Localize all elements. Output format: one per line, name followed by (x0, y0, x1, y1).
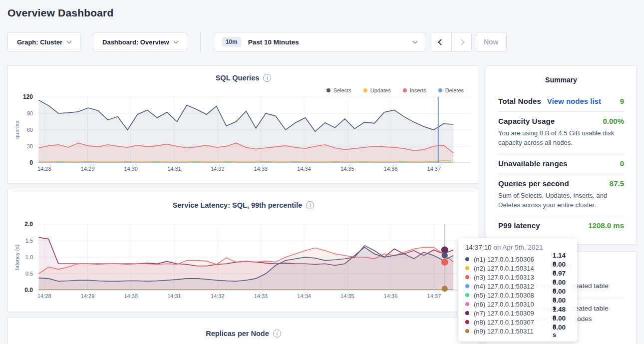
svg-text:30: 30 (27, 143, 33, 149)
node-color-dot-icon (465, 302, 469, 306)
legend-label: Selects (333, 87, 351, 93)
time-range-badge: 10m (222, 37, 241, 47)
svg-text:0.5: 0.5 (25, 271, 33, 277)
page-title: Overview Dashboard (7, 7, 637, 19)
summary-description: Sum of Selects, Updates, Inserts, and De… (498, 191, 624, 210)
svg-text:14:29: 14:29 (81, 166, 95, 172)
graph-selector-dropdown[interactable]: Graph: Cluster (7, 32, 80, 51)
spacer (14, 210, 473, 221)
svg-text:14:31: 14:31 (167, 293, 181, 299)
service-latency-title: Service Latency: SQL, 99th percentile (173, 201, 303, 209)
node-color-dot-icon (465, 320, 469, 324)
service-latency-chart[interactable]: 0.00.51.01.52.014:2814:2914:3014:3114:32… (14, 221, 473, 302)
svg-text:90: 90 (27, 110, 33, 116)
tooltip-node-label: (n8) 127.0.0.1:50307 (474, 319, 548, 326)
legend-label: Deletes (445, 87, 464, 93)
chevron-left-icon (438, 39, 444, 45)
tooltip-node-label: (n5) 127.0.0.1:50308 (474, 292, 548, 299)
dashboard-selector-label: Dashboard: Overview (102, 38, 169, 46)
svg-text:14:36: 14:36 (384, 166, 398, 172)
dashboard-selector-dropdown[interactable]: Dashboard: Overview (93, 32, 187, 51)
time-range-label: Past 10 Minutes (248, 38, 413, 46)
view-nodes-list-link[interactable]: View nodes list (547, 97, 601, 105)
info-icon[interactable]: i (273, 330, 281, 338)
svg-text:120: 120 (23, 94, 33, 100)
summary-row: Unavailable ranges0 (498, 154, 624, 174)
svg-text:14:32: 14:32 (211, 166, 225, 172)
tooltip-node-label: (n4) 127.0.0.1:50312 (474, 283, 548, 290)
sql-queries-chart[interactable]: 030609012014:2814:2914:3014:3114:3214:33… (14, 94, 473, 175)
summary-value: 0.00% (603, 117, 624, 125)
legend-item-updates[interactable]: Updates (363, 87, 391, 94)
node-color-dot-icon (465, 257, 469, 261)
svg-text:14:33: 14:33 (254, 166, 268, 172)
svg-text:14:28: 14:28 (37, 166, 51, 172)
node-color-dot-icon (465, 311, 469, 315)
service-latency-header: Service Latency: SQL, 99th percentile i (14, 200, 473, 210)
summary-label: Total Nodes (498, 97, 541, 105)
toolbar-divider (200, 32, 201, 52)
summary-label: Queries per second (498, 179, 569, 188)
summary-label: Capacity Usage (498, 117, 555, 125)
summary-value: 9 (620, 97, 624, 105)
legend-dot-icon (403, 88, 407, 92)
summary-rows: Total NodesView nodes list9Capacity Usag… (498, 92, 624, 236)
svg-text:14:37: 14:37 (427, 166, 441, 172)
info-icon[interactable]: i (263, 74, 271, 82)
legend-item-deletes[interactable]: Deletes (438, 87, 464, 94)
graph-selector-label: Graph: Cluster (17, 38, 62, 46)
tooltip-timestamp: 14:37:10 on Apr 5th, 2021 (465, 244, 570, 251)
legend-item-selects[interactable]: Selects (326, 87, 351, 94)
summary-row: Capacity Usage0.00%You are using 0 B of … (498, 112, 624, 154)
svg-text:14:30: 14:30 (124, 293, 138, 299)
node-color-dot-icon (465, 329, 469, 333)
legend-dot-icon (438, 88, 442, 92)
summary-description: You are using 0 B of 4.5 GiB usable disk… (498, 129, 624, 148)
overview-dashboard-page: Overview Dashboard Graph: Cluster Dashbo… (0, 0, 644, 344)
tooltip-node-label: (n7) 127.0.0.1:50309 (474, 310, 548, 317)
node-color-dot-icon (465, 293, 469, 297)
chevron-right-icon (458, 39, 465, 45)
sql-queries-title: SQL Queries (216, 74, 260, 82)
tooltip-node-value: 0.00 s (553, 324, 570, 339)
legend-item-inserts[interactable]: Inserts (403, 87, 426, 94)
toolbar: Graph: Cluster Dashboard: Overview 10m P… (7, 32, 637, 52)
svg-text:2.0: 2.0 (24, 221, 33, 228)
tooltip-node-label: (n2) 127.0.0.1:50314 (474, 265, 548, 272)
svg-text:14:34: 14:34 (297, 293, 311, 299)
charts-column: SQL Queries i SelectsUpdatesInsertsDelet… (7, 65, 479, 344)
chevron-down-icon (173, 38, 178, 43)
tooltip-node-label: (n6) 127.0.0.1:50310 (474, 301, 548, 308)
time-step-forward-button[interactable] (451, 32, 471, 51)
svg-text:14:31: 14:31 (167, 166, 181, 172)
svg-text:1.5: 1.5 (25, 238, 33, 244)
chevron-down-icon (412, 38, 417, 43)
summary-value: 1208.0 ms (588, 221, 624, 230)
svg-text:14:32: 14:32 (211, 293, 225, 299)
legend-label: Inserts (410, 87, 426, 93)
svg-text:0: 0 (29, 159, 33, 166)
svg-text:14:34: 14:34 (297, 166, 311, 172)
time-step-back-button[interactable] (431, 32, 451, 51)
summary-row: Queries per second87.5Sum of Selects, Up… (498, 174, 624, 217)
svg-text:1.0: 1.0 (25, 254, 33, 260)
svg-text:14:29: 14:29 (81, 293, 95, 299)
svg-text:14:35: 14:35 (340, 293, 354, 299)
sql-queries-card: SQL Queries i SelectsUpdatesInsertsDelet… (7, 65, 479, 184)
tooltip-node-label: (n9) 127.0.0.1:50311 (474, 328, 548, 335)
now-button[interactable]: Now (476, 32, 507, 52)
chart-hover-tooltip: 14:37:10 on Apr 5th, 2021 (n1) 127.0.0.1… (458, 238, 577, 342)
info-icon[interactable]: i (306, 201, 314, 209)
summary-value: 87.5 (610, 179, 624, 188)
time-step-buttons (431, 32, 472, 52)
svg-text:14:33: 14:33 (254, 293, 268, 299)
svg-text:14:37: 14:37 (427, 293, 441, 299)
tooltip-time: 14:37:10 (465, 244, 492, 251)
tooltip-rows: (n1) 127.0.0.1:503061.14 s(n2) 127.0.0.1… (465, 255, 570, 336)
summary-row: P99 latency1208.0 ms (498, 216, 624, 236)
replicas-per-node-card: Replicas per Node i (7, 317, 479, 344)
sql-queries-header: SQL Queries i (14, 73, 473, 83)
replicas-per-node-title: Replicas per Node (206, 330, 269, 338)
summary-label: P99 latency (498, 221, 540, 230)
time-range-dropdown[interactable]: 10m Past 10 Minutes (214, 32, 425, 52)
